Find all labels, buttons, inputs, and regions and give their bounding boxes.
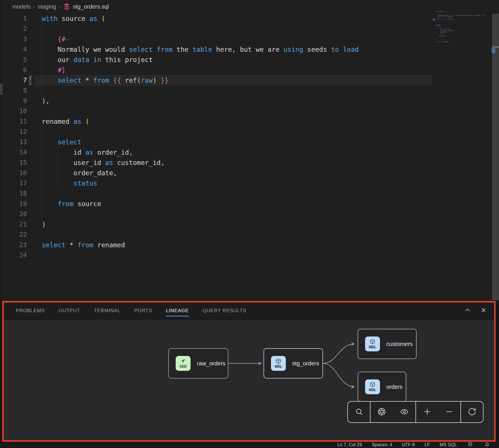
zoom-in-button[interactable] [422,407,432,417]
badge-label: MDL [275,365,282,369]
code-line[interactable]: 13 select [3,137,499,147]
search-icon [355,407,363,417]
line-number: 19 [3,199,27,209]
lineage-node-customers[interactable]: MDL customers [358,329,417,359]
code-text: user_id as customer_id, [42,158,165,168]
code-line[interactable]: 8 [3,85,499,96]
status-item[interactable]: Ln 7, Col 29 [337,442,362,447]
zoom-out-button[interactable] [444,407,454,417]
minus-icon [445,407,454,417]
scrollbar[interactable] [492,14,499,300]
search-button[interactable] [354,407,364,417]
code-line[interactable]: 19 from source [3,199,499,209]
code-text: status [42,178,97,188]
line-number: 11 [3,116,27,127]
node-label: orders [386,384,403,390]
bell-icon [484,442,490,448]
code-line[interactable]: 12 [3,127,499,137]
status-items: Ln 7, Col 29Spaces: 4UTF-8LFMS SQL [337,442,457,447]
code-line[interactable]: 5 our data in this project [3,55,499,65]
code-line[interactable]: 15 user_id as customer_id, [3,158,499,168]
indent-guide [41,209,42,219]
refresh-button[interactable] [467,407,477,417]
indent-guide [41,188,42,199]
code-line[interactable]: 2 [3,24,499,34]
tab-output[interactable]: OUTPUT [59,301,80,320]
code-line[interactable]: 14 id as order_id, [3,147,499,158]
code-text: id as order_id, [42,147,133,158]
modified-line-gutter-marker [29,75,31,85]
line-number: 21 [3,219,27,230]
refresh-icon [468,407,476,417]
minimap[interactable]: with source as ( {#- Normally we would s… [435,11,485,44]
line-number: 24 [3,250,27,260]
status-item[interactable]: UTF-8 [402,442,415,447]
aperture-icon [377,407,386,417]
code-line[interactable]: 11renamed as ( [3,116,499,127]
plus-icon [423,407,431,417]
line-number: 23 [3,240,27,250]
close-panel-button[interactable] [480,306,488,315]
code-text: our data in this project [42,55,153,65]
code-line[interactable]: 16 order_date, [3,168,499,178]
code-line[interactable]: 7 select * from {{ ref(raw) }} [3,75,499,85]
lineage-node-raw-orders[interactable]: SED raw_orders [168,348,228,379]
code-text: Normally we would select from the table … [42,44,359,55]
tab-problems[interactable]: PROBLEMS [16,301,45,320]
code-text: ) [42,219,46,230]
tab-terminal[interactable]: TERMINAL [94,301,120,320]
cube-icon [370,382,375,388]
status-item[interactable]: LF [425,442,430,447]
node-label: stg_orders [292,360,319,367]
code-text: with source as ( [42,13,105,24]
screenshot-button[interactable] [377,407,387,417]
tab-ports[interactable]: PORTS [134,301,152,320]
code-line[interactable]: 4 Normally we would select from the tabl… [3,44,499,55]
line-number: 8 [3,85,27,96]
status-item[interactable]: Spaces: 4 [372,442,392,447]
line-number: 22 [3,230,27,240]
code-line[interactable]: 17 status [3,178,499,188]
panel-tab-bar: PROBLEMSOUTPUTTERMINALPORTSLINEAGEQUERY … [2,301,496,320]
code-line[interactable]: 24 [3,250,499,260]
left-edge-marker [0,83,3,95]
line-number: 7 [3,75,27,85]
status-item[interactable]: MS SQL [440,442,457,447]
visibility-button[interactable] [399,407,409,417]
badge-label: MDL [369,388,376,392]
code-text: #} [42,65,66,75]
lineage-node-orders[interactable]: MDL orders [358,372,406,402]
code-line[interactable]: 20 [3,209,499,219]
notifications-button[interactable] [484,441,490,448]
cube-icon [276,358,281,365]
code-line[interactable]: 18 [3,188,499,199]
indent-guide [41,127,42,137]
code-text: {#- [42,34,70,44]
toolbar-section [415,402,460,422]
copilot-button[interactable] [467,441,474,448]
model-badge: MDL [365,337,380,351]
lineage-node-stg-orders[interactable]: MDL stg_orders [264,348,323,379]
scrollbar-slider-edge [492,47,499,47]
code-line[interactable]: 3 {#- [3,34,499,44]
line-number: 1 [3,13,27,24]
code-line[interactable]: 1with source as ( [3,13,499,24]
tab-query-results[interactable]: QUERY RESULTS [203,301,246,320]
code-line[interactable]: 10 [3,106,499,116]
modified-line-overview-marker [492,48,495,53]
tab-lineage[interactable]: LINEAGE [166,301,189,320]
line-number: 20 [3,209,27,219]
code-text: select * from {{ ref(raw) }} [42,75,169,85]
code-line[interactable]: 6 #} [3,65,499,75]
code-line[interactable]: 21) [3,219,499,230]
code-line[interactable]: 22 [3,230,499,240]
code-line[interactable]: 9), [3,96,499,106]
code-line[interactable]: 23select * from renamed [3,240,499,250]
line-number: 12 [3,127,27,137]
toolbar-section [370,402,415,422]
code-text: select * from renamed [42,240,125,250]
collapse-panel-button[interactable] [464,306,472,315]
code-editor[interactable]: 1with source as (23 {#-4 Normally we wou… [3,0,499,301]
line-number: 9 [3,96,27,106]
minimap-current-line-marker [433,19,435,20]
